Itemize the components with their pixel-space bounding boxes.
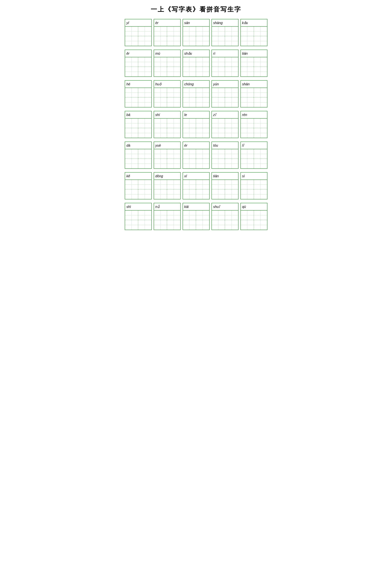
char-box-6-0: shì (125, 203, 152, 230)
writing-cell (125, 211, 138, 220)
writing-cell (225, 97, 238, 107)
writing-cell (196, 119, 209, 128)
writing-cell (225, 190, 238, 199)
pinyin-label: qù (241, 203, 267, 211)
writing-grid (241, 149, 267, 168)
writing-cell (196, 211, 209, 220)
writing-cell (196, 159, 209, 168)
writing-cell (167, 119, 180, 128)
writing-cell (138, 27, 151, 36)
char-box-6-1: nǚ (154, 203, 181, 230)
char-box-0-2: sān (183, 19, 210, 46)
writing-grid (183, 211, 209, 230)
writing-cell (154, 211, 167, 220)
grid-row-5: dàyuèértóulǐ (124, 142, 268, 169)
writing-grid (125, 57, 151, 76)
writing-cell (125, 128, 138, 138)
writing-cell (125, 119, 138, 128)
writing-cell (254, 119, 267, 128)
writing-cell (212, 27, 225, 36)
writing-cell (241, 128, 254, 138)
writing-cell (241, 88, 254, 97)
writing-cell (167, 128, 180, 138)
pinyin-label: ěr (125, 50, 151, 57)
writing-cell (183, 119, 196, 128)
writing-cell (241, 119, 254, 128)
writing-cell (254, 67, 267, 76)
writing-cell (154, 57, 167, 67)
writing-cell (212, 159, 225, 168)
writing-cell (183, 180, 196, 190)
writing-grid (241, 88, 267, 107)
char-box-6-3: shuǐ (212, 203, 239, 230)
char-box-2-2: chóng (183, 80, 210, 107)
writing-cell (183, 67, 196, 76)
char-box-4-0: dà (125, 142, 152, 169)
writing-cell (154, 180, 167, 190)
writing-cell (138, 180, 151, 190)
writing-cell (138, 97, 151, 107)
writing-grid (212, 211, 238, 230)
writing-cell (254, 180, 267, 190)
writing-cell (125, 67, 138, 76)
writing-cell (254, 97, 267, 107)
writing-cell (138, 36, 151, 46)
pinyin-label: shān (241, 81, 267, 88)
writing-cell (154, 220, 167, 230)
writing-cell (212, 220, 225, 230)
writing-grid (154, 211, 180, 230)
pinyin-label: yuè (154, 142, 180, 149)
writing-cell (154, 88, 167, 97)
pinyin-label: lǐ (241, 142, 267, 149)
writing-cell (254, 36, 267, 46)
writing-cell (167, 36, 180, 46)
writing-cell (167, 211, 180, 220)
writing-cell (225, 211, 238, 220)
pinyin-label: dōng (154, 172, 180, 180)
pinyin-label: hé (125, 81, 151, 88)
pinyin-label: sì (241, 172, 267, 180)
writing-cell (125, 88, 138, 97)
pinyin-label: shí (154, 111, 180, 119)
writing-cell (183, 149, 196, 159)
writing-cell (254, 128, 267, 138)
pinyin-label: shǒu (183, 50, 209, 57)
char-box-1-0: ěr (125, 50, 152, 77)
writing-grid (125, 180, 151, 199)
writing-cell (167, 220, 180, 230)
grid-row-3: héhuǒchóngyúnshān (124, 80, 268, 107)
writing-cell (225, 180, 238, 190)
grid-row-2: ěrmùshǒurìtián (124, 50, 268, 77)
writing-grid (212, 119, 238, 138)
writing-cell (225, 88, 238, 97)
char-box-1-2: shǒu (183, 50, 210, 77)
writing-cell (225, 149, 238, 159)
writing-grid (183, 180, 209, 199)
writing-cell (154, 67, 167, 76)
pinyin-label: bā (125, 111, 151, 119)
pinyin-label: yún (212, 81, 238, 88)
pinyin-label: huǒ (154, 81, 180, 88)
char-box-3-2: le (183, 111, 210, 138)
grid-row-7: shìnǚkāishuǐqù (124, 203, 268, 230)
char-box-6-2: kāi (183, 203, 210, 230)
char-box-5-0: kě (125, 172, 152, 199)
pinyin-label: xī (183, 172, 209, 180)
writing-cell (254, 220, 267, 230)
char-box-4-4: lǐ (241, 142, 268, 169)
writing-grid (154, 180, 180, 199)
writing-cell (138, 211, 151, 220)
char-box-1-1: mù (154, 50, 181, 77)
writing-cell (167, 97, 180, 107)
writing-cell (196, 180, 209, 190)
pinyin-label: yī (125, 19, 151, 27)
pinyin-label: zǐ (212, 111, 238, 119)
writing-cell (154, 159, 167, 168)
char-box-5-2: xī (183, 172, 210, 199)
pinyin-label: tián (241, 50, 267, 57)
writing-cell (138, 57, 151, 67)
pinyin-label: chóng (183, 81, 209, 88)
writing-cell (138, 119, 151, 128)
char-box-3-1: shí (154, 111, 181, 138)
writing-cell (254, 88, 267, 97)
